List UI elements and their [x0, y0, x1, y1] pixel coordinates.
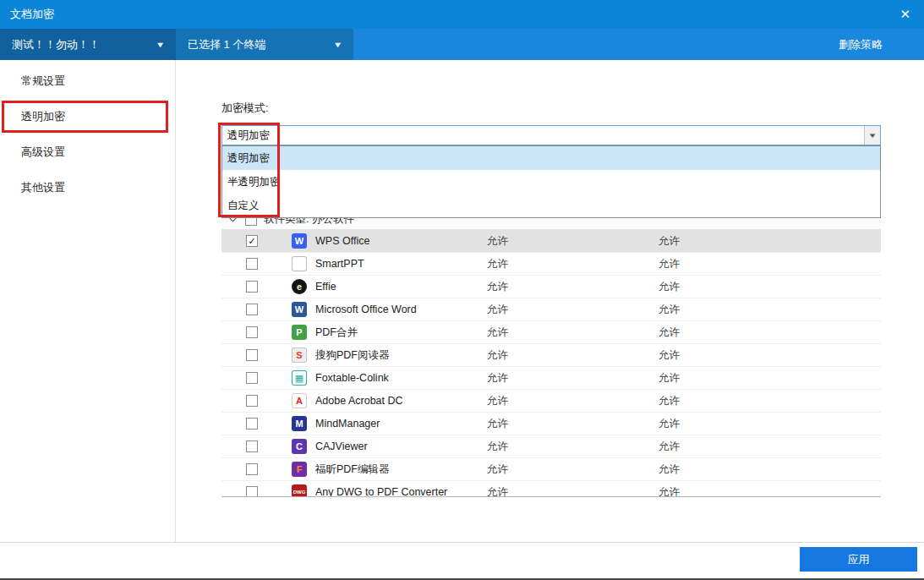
table-row[interactable]: W Microsoft Office Word 允许 允许	[221, 298, 881, 321]
permission-allow-1: 允许	[487, 394, 659, 408]
permission-allow-1: 允许	[487, 462, 659, 477]
row-checkbox[interactable]	[246, 349, 258, 361]
option-semi-transparent-encryption[interactable]: 半透明加密	[222, 170, 880, 194]
permission-allow-2: 允许	[659, 440, 830, 454]
table-row[interactable]: A Adobe Acrobat DC 允许 允许	[221, 390, 881, 413]
row-checkbox[interactable]	[246, 463, 258, 475]
table-row[interactable]: S 搜狗PDF阅读器 允许 允许	[221, 344, 881, 367]
row-checkbox[interactable]	[246, 326, 258, 338]
main-content: 加密模式: 透明加密 ▼ 透明加密 半透明加密 自定义 软件类型: 办公软件 ✓…	[176, 60, 924, 542]
app-name: 福昕PDF编辑器	[315, 462, 487, 477]
permission-allow-1: 允许	[487, 280, 659, 294]
app-name: WPS Office	[315, 235, 487, 247]
permission-allow-1: 允许	[487, 234, 659, 249]
smartppt-icon	[292, 256, 307, 271]
permission-allow-2: 允许	[659, 303, 830, 317]
title-bar: 文档加密 ✕	[0, 0, 924, 29]
encryption-mode-value: 透明加密	[222, 129, 864, 143]
permission-allow-2: 允许	[659, 234, 830, 249]
chevron-down-icon: ▼	[156, 41, 166, 49]
app-name: PDF合并	[315, 326, 487, 340]
encryption-mode-combobox[interactable]: 透明加密 ▼	[221, 125, 881, 145]
row-checkbox[interactable]	[246, 372, 258, 384]
option-custom[interactable]: 自定义	[222, 194, 880, 217]
effie-icon: e	[292, 279, 307, 294]
foxtable-colink-icon: ▦	[292, 370, 307, 386]
permission-allow-1: 允许	[487, 348, 659, 363]
footer-divider	[0, 542, 924, 543]
table-row[interactable]: ▦ Foxtable-Colink 允许 允许	[221, 367, 881, 390]
table-row[interactable]: C CAJViewer 允许 允许	[221, 435, 881, 458]
row-checkbox[interactable]	[246, 395, 258, 407]
sidebar-item-transparent-encryption[interactable]: 透明加密	[0, 99, 175, 134]
table-row[interactable]: DWG Any DWG to PDF Converter 允许 允许	[221, 481, 881, 497]
permission-allow-1: 允许	[487, 326, 659, 340]
app-name: MindManager	[315, 418, 487, 430]
settings-sidebar: 常规设置 透明加密 高级设置 其他设置	[0, 60, 176, 542]
permission-allow-2: 允许	[659, 326, 830, 340]
row-checkbox[interactable]: ✓	[246, 235, 258, 247]
table-row[interactable]: SmartPPT 允许 允许	[221, 253, 881, 276]
permission-allow-2: 允许	[659, 394, 830, 408]
mindmanager-icon: M	[292, 416, 307, 431]
word-icon: W	[292, 302, 307, 317]
app-name: Adobe Acrobat DC	[315, 395, 487, 407]
acrobat-icon: A	[292, 393, 307, 408]
table-row[interactable]: P PDF合并 允许 允许	[221, 321, 881, 344]
pdf-merge-icon: P	[292, 325, 307, 340]
delete-policy-button[interactable]: 删除策略	[797, 29, 924, 60]
permission-allow-2: 允许	[659, 417, 830, 431]
option-transparent-encryption[interactable]: 透明加密	[222, 146, 880, 170]
policy-dropdown-value: 测试！！勿动！！	[12, 37, 100, 52]
sogou-pdf-reader-icon: S	[292, 347, 307, 363]
encryption-mode-dropdown-list: 透明加密 半透明加密 自定义	[221, 145, 881, 218]
terminal-dropdown[interactable]: 已选择 1 个终端 ▼	[176, 29, 353, 60]
app-name: Any DWG to PDF Converter	[315, 486, 487, 497]
app-name: CAJViewer	[315, 440, 487, 452]
app-name: 搜狗PDF阅读器	[315, 348, 487, 363]
permission-allow-2: 允许	[659, 348, 830, 363]
table-row[interactable]: ✓ W WPS Office 允许 允许	[221, 230, 881, 253]
permission-allow-2: 允许	[659, 485, 830, 498]
row-checkbox[interactable]	[246, 440, 258, 452]
permission-allow-2: 允许	[659, 371, 830, 386]
wps-office-icon: W	[292, 233, 307, 249]
app-name: SmartPPT	[315, 258, 487, 270]
cajviewer-icon: C	[292, 439, 307, 454]
document-encryption-window: 文档加密 ✕ 测试！！勿动！！ ▼ 已选择 1 个终端 ▼ 删除策略 常规设置 …	[0, 0, 924, 580]
terminal-dropdown-value: 已选择 1 个终端	[188, 37, 265, 52]
policy-toolbar: 测试！！勿动！！ ▼ 已选择 1 个终端 ▼ 删除策略	[0, 29, 924, 60]
row-checkbox[interactable]	[246, 281, 258, 293]
row-checkbox[interactable]	[246, 486, 258, 497]
policy-dropdown[interactable]: 测试！！勿动！！ ▼	[0, 29, 176, 60]
table-rows: ✓ W WPS Office 允许 允许 SmartPPT 允许 允许 e Ef…	[221, 230, 881, 497]
combobox-dropdown-button[interactable]: ▼	[864, 126, 880, 145]
app-name: Microsoft Office Word	[315, 304, 487, 315]
permission-allow-1: 允许	[487, 371, 659, 386]
row-checkbox[interactable]	[246, 304, 258, 315]
chevron-down-icon: ▼	[867, 132, 877, 140]
close-icon[interactable]: ✕	[896, 7, 914, 22]
chevron-down-icon: ▼	[333, 41, 343, 49]
sidebar-item-general-settings[interactable]: 常规设置	[0, 63, 175, 99]
app-name: Effie	[315, 281, 487, 293]
permission-allow-1: 允许	[487, 417, 659, 431]
software-table: 软件类型: 办公软件 ✓ W WPS Office 允许 允许 SmartPPT…	[221, 210, 881, 497]
table-row[interactable]: e Effie 允许 允许	[221, 276, 881, 298]
window-title: 文档加密	[10, 7, 54, 22]
app-name: Foxtable-Colink	[315, 372, 487, 384]
permission-allow-1: 允许	[487, 303, 659, 317]
table-row[interactable]: M MindManager 允许 允许	[221, 413, 881, 435]
foxit-pdf-editor-icon: F	[292, 462, 307, 477]
table-row[interactable]: F 福昕PDF编辑器 允许 允许	[221, 458, 881, 481]
permission-allow-2: 允许	[659, 280, 830, 294]
permission-allow-2: 允许	[659, 462, 830, 477]
sidebar-item-other-settings[interactable]: 其他设置	[0, 170, 175, 205]
toolbar-spacer	[353, 29, 797, 60]
encryption-mode-label: 加密模式:	[221, 101, 269, 116]
permission-allow-2: 允许	[659, 257, 830, 271]
row-checkbox[interactable]	[246, 418, 258, 430]
apply-button[interactable]: 应用	[800, 547, 917, 572]
row-checkbox[interactable]	[246, 258, 258, 270]
sidebar-item-advanced-settings[interactable]: 高级设置	[0, 134, 175, 170]
